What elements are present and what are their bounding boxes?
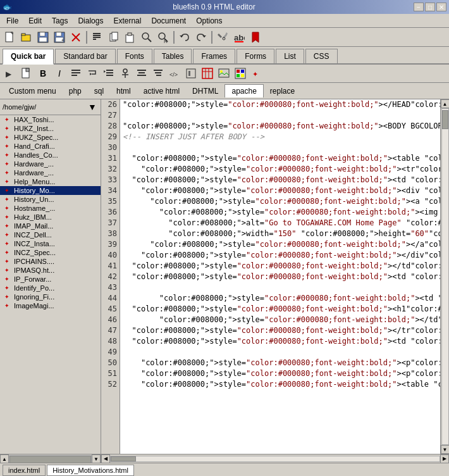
sidebar-item-label: INCZ_Dell...: [14, 231, 52, 239]
tab-dhtml[interactable]: DHTML: [186, 85, 225, 97]
menu-options[interactable]: Options: [191, 15, 227, 27]
bold-button[interactable]: B: [35, 66, 51, 81]
extra-button[interactable]: ✦: [249, 66, 264, 81]
close-doc-button[interactable]: [68, 30, 83, 45]
tab-standardbar[interactable]: Standard bar: [55, 49, 115, 63]
sidebar-item[interactable]: ✦Identify_Po...: [0, 284, 101, 292]
newfile-button[interactable]: [19, 66, 34, 81]
scroll-down-arrow[interactable]: ▼: [441, 445, 450, 454]
tab-list[interactable]: List: [276, 49, 304, 63]
tab-forms[interactable]: Forms: [237, 49, 274, 63]
br-button[interactable]: [85, 66, 100, 81]
sidebar-item[interactable]: ✦Handles_Co...: [0, 151, 101, 160]
menu-file[interactable]: File: [1, 15, 23, 27]
undo-button[interactable]: [177, 30, 192, 45]
sidebar-item-label: Hostname_...: [14, 204, 55, 212]
align-button[interactable]: [134, 66, 149, 81]
redo-button[interactable]: [194, 30, 209, 45]
save-button[interactable]: [35, 30, 51, 45]
scroll-track[interactable]: [441, 108, 449, 445]
tab-sql[interactable]: sql: [88, 85, 110, 97]
sidebar-item[interactable]: ✦IPCHAINS....: [0, 257, 101, 266]
save-as-button[interactable]: +: [52, 30, 67, 45]
scroll-left-arrow[interactable]: ◀: [101, 454, 110, 463]
minimize-button[interactable]: −: [414, 3, 424, 11]
copy-button[interactable]: [106, 30, 121, 45]
new-button[interactable]: [3, 30, 18, 45]
h-scroll-thumb[interactable]: [111, 456, 136, 461]
tab-frames[interactable]: Frames: [193, 49, 235, 63]
code-scroll[interactable]: 2627282930313233343536373839404142434445…: [101, 99, 449, 454]
sidebar-item[interactable]: ✦ImageMagi...: [0, 301, 101, 310]
sidebar-item[interactable]: ✦Hardware_...: [0, 160, 101, 168]
bookmark-button[interactable]: [248, 30, 263, 45]
sidebar-item[interactable]: ✦HUKZ_Spec...: [0, 133, 101, 142]
tab-tables[interactable]: Tables: [154, 49, 192, 63]
tab-activehtml[interactable]: active html: [137, 85, 186, 97]
align2-button[interactable]: [151, 66, 166, 81]
tab-css[interactable]: CSS: [305, 49, 338, 63]
code-button[interactable]: [183, 66, 199, 81]
maximize-button[interactable]: □: [425, 3, 435, 11]
sidebar-item[interactable]: ✦INCZ_Spec...: [0, 248, 101, 257]
image-button[interactable]: [216, 66, 231, 81]
sidebar-item[interactable]: ✦History_Un...: [0, 195, 101, 204]
code-content[interactable]: "color:#008000;">style="color:#000080;fo…: [120, 99, 440, 454]
sidebar-item[interactable]: ✦History_Mo...: [0, 186, 101, 195]
anchor2-button[interactable]: [118, 66, 133, 81]
menu-tags[interactable]: Tags: [47, 15, 73, 27]
tab-apache[interactable]: apache: [225, 84, 263, 97]
open-button[interactable]: [19, 30, 34, 45]
sidebar-item[interactable]: ✦Hukz_IBM...: [0, 213, 101, 222]
para-button[interactable]: [68, 66, 83, 81]
html-button[interactable]: </>: [167, 66, 182, 81]
h-scroll-track[interactable]: [110, 456, 440, 462]
indent-button[interactable]: [101, 66, 116, 81]
file-tab-index[interactable]: index.html: [3, 465, 46, 476]
sidebar-scroll-up[interactable]: ▲: [0, 454, 9, 463]
color-button[interactable]: [233, 66, 248, 81]
tab-fonts[interactable]: Fonts: [117, 49, 152, 63]
menu-external[interactable]: External: [108, 15, 146, 27]
scroll-up-arrow[interactable]: ▲: [441, 99, 450, 108]
scroll-thumb[interactable]: [442, 110, 448, 129]
cut-button[interactable]: [90, 30, 105, 45]
sidebar-item[interactable]: ✦IP_Forwar...: [0, 275, 101, 284]
sidebar-item[interactable]: ✦INCZ_Dell...: [0, 230, 101, 239]
sidebar-dropdown[interactable]: ▼: [87, 101, 98, 113]
sidebar-item[interactable]: ✦INCZ_Insta...: [0, 239, 101, 248]
sidebar-item[interactable]: ✦Hostname_...: [0, 204, 101, 213]
sidebar-scroll-down[interactable]: ▼: [92, 454, 101, 463]
menu-document[interactable]: Document: [146, 15, 191, 27]
sidebar-item[interactable]: ✦Hardware_...: [0, 168, 101, 177]
sidebar-item[interactable]: ✦HAX_Toshi...: [0, 115, 101, 124]
sidebar-list[interactable]: ✦HAX_Toshi...✦HUKZ_Inst...✦HUKZ_Spec...✦…: [0, 115, 101, 454]
tab-html[interactable]: html: [110, 85, 137, 97]
sidebar-item[interactable]: ✦IPMASQ.ht...: [0, 266, 101, 275]
menu-edit[interactable]: Edit: [23, 15, 47, 27]
sidebar-item[interactable]: ✦Ignoring_Fi...: [0, 292, 101, 301]
tab-quickbar[interactable]: Quick bar: [3, 49, 54, 65]
tab-replace[interactable]: replace: [264, 85, 301, 97]
sidebar-item[interactable]: ✦IMAP_Mail...: [0, 222, 101, 230]
sidebar-item[interactable]: ✦Help_Menu...: [0, 177, 101, 186]
close-button[interactable]: ✕: [436, 3, 446, 11]
file-tab-history[interactable]: History_Motivations.html: [47, 465, 134, 476]
tab-php[interactable]: php: [63, 85, 88, 97]
tab-custommenu[interactable]: Custom menu: [3, 85, 63, 97]
horizontal-scrollbar[interactable]: ◀ ▶: [101, 454, 449, 463]
menu-dialogs[interactable]: Dialogs: [73, 15, 108, 27]
replace-button[interactable]: R: [156, 30, 171, 45]
paste-button[interactable]: [123, 30, 138, 45]
find-button[interactable]: [139, 30, 154, 45]
scroll-right-arrow[interactable]: ▶: [440, 454, 449, 463]
italic-button[interactable]: I: [52, 66, 67, 81]
separator2: [173, 31, 175, 44]
table-button[interactable]: [200, 66, 215, 81]
spellcheck-button[interactable]: abc: [231, 30, 247, 45]
tools-button[interactable]: [215, 30, 230, 45]
sidebar-item[interactable]: ✦Hand_Crafi...: [0, 142, 101, 151]
sidebar-item[interactable]: ✦HUKZ_Inst...: [0, 124, 101, 133]
anchor-button[interactable]: ▶: [3, 66, 18, 81]
vertical-scrollbar[interactable]: ▲ ▼: [440, 99, 449, 454]
